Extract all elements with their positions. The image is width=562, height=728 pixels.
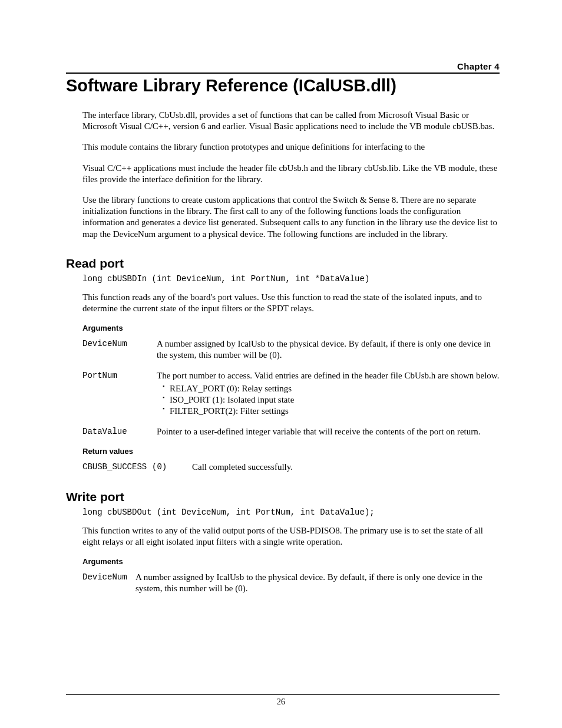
argument-desc: A number assigned by IcalUsb to the phys… bbox=[135, 572, 500, 594]
doc-title: Software Library Reference (ICalUSB.dll) bbox=[66, 76, 500, 95]
return-values-heading: Return values bbox=[82, 447, 500, 456]
chapter-label: Chapter 4 bbox=[66, 61, 500, 71]
argument-name: DeviceNum bbox=[82, 338, 157, 361]
argument-row: DeviceNum A number assigned by IcalUsb t… bbox=[82, 572, 500, 594]
argument-name: DeviceNum bbox=[82, 572, 135, 594]
port-list-item: FILTER_PORT(2): Filter settings bbox=[163, 406, 500, 417]
argument-desc-text: The port number to access. Valid entries… bbox=[157, 371, 499, 380]
arguments-heading: Arguments bbox=[82, 557, 500, 566]
chapter-rule bbox=[66, 73, 500, 74]
argument-desc: Pointer to a user-defined integer variab… bbox=[157, 426, 500, 437]
argument-desc: The port number to access. Valid entries… bbox=[157, 370, 500, 417]
read-port-desc: This function reads any of the board's p… bbox=[82, 292, 500, 314]
read-port-heading: Read port bbox=[66, 256, 500, 271]
page-number: 26 bbox=[0, 697, 562, 707]
intro-paragraph: Use the library functions to create cust… bbox=[82, 195, 500, 240]
arguments-heading: Arguments bbox=[82, 324, 500, 332]
read-port-signature: long cbUSBDIn (int DeviceNum, int PortNu… bbox=[82, 274, 500, 284]
write-port-signature: long cbUSBDOut (int DeviceNum, int PortN… bbox=[82, 508, 500, 517]
write-port-heading: Write port bbox=[66, 490, 500, 504]
argument-row: PortNum The port number to access. Valid… bbox=[82, 370, 500, 417]
intro-paragraph: The interface library, CbUsb.dll, provid… bbox=[82, 110, 500, 132]
port-list-item: RELAY_PORT (0): Relay settings bbox=[163, 383, 500, 394]
argument-row: DeviceNum A number assigned by IcalUsb t… bbox=[82, 338, 500, 361]
return-desc: Call completed successfully. bbox=[192, 462, 500, 473]
argument-row: DataValue Pointer to a user-defined inte… bbox=[82, 426, 500, 437]
argument-name: DataValue bbox=[82, 426, 157, 437]
footer-rule bbox=[66, 694, 500, 695]
argument-desc: A number assigned by IcalUsb to the phys… bbox=[157, 338, 500, 361]
intro-paragraph: Visual C/C++ applications must include t… bbox=[82, 163, 500, 185]
return-code: (0) bbox=[152, 462, 192, 473]
port-list-item: ISO_PORT (1): Isolated input state bbox=[163, 394, 500, 406]
return-name: CBUSB_SUCCESS bbox=[82, 462, 152, 473]
write-port-desc: This function writes to any of the valid… bbox=[82, 525, 500, 548]
return-row: CBUSB_SUCCESS (0) Call completed success… bbox=[82, 462, 500, 473]
argument-name: PortNum bbox=[82, 370, 157, 417]
page: Chapter 4 Software Library Reference (IC… bbox=[0, 0, 562, 728]
intro-paragraph: This module contains the library functio… bbox=[82, 141, 500, 153]
port-list: RELAY_PORT (0): Relay settings ISO_PORT … bbox=[163, 383, 500, 417]
